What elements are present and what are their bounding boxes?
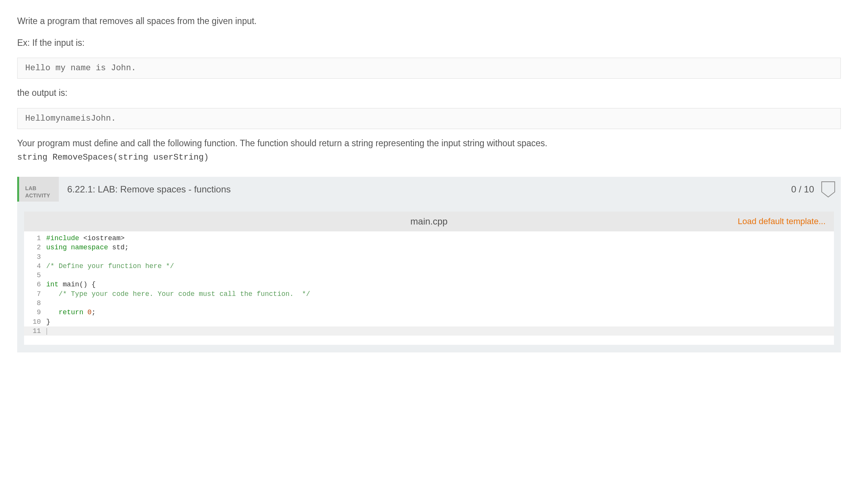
code-line[interactable]: 1#include <iostream> <box>24 234 834 243</box>
lab-tag-line1: LAB <box>25 185 53 192</box>
instruction-line-3: the output is: <box>17 86 841 100</box>
line-number: 7 <box>24 289 45 299</box>
line-number: 3 <box>24 252 45 262</box>
line-number: 9 <box>24 308 45 317</box>
code-line[interactable]: 5 <box>24 271 834 280</box>
example-output-box: HellomynameisJohn. <box>17 108 841 129</box>
lab-page: Write a program that removes all spaces … <box>0 0 858 352</box>
code-line[interactable]: 10} <box>24 317 834 326</box>
line-number: 1 <box>24 234 45 243</box>
lab-activity-tag: LAB ACTIVITY <box>19 177 59 202</box>
line-number: 5 <box>24 271 45 280</box>
instruction-line-4: Your program must define and call the fo… <box>17 137 841 164</box>
code-line[interactable]: 6int main() { <box>24 280 834 289</box>
code-content[interactable]: /* Define your function here */ <box>45 262 834 271</box>
lab-header: LAB ACTIVITY 6.22.1: LAB: Remove spaces … <box>17 177 841 202</box>
load-default-template-link[interactable]: Load default template... <box>738 216 826 226</box>
code-line[interactable]: 3 <box>24 252 834 262</box>
line-number: 10 <box>24 317 45 326</box>
code-content[interactable] <box>45 252 834 262</box>
lab-score: 0 / 10 <box>791 177 819 202</box>
code-content[interactable]: int main() { <box>45 280 834 289</box>
code-line[interactable]: 2using namespace std; <box>24 243 834 252</box>
line-number: 6 <box>24 280 45 289</box>
code-line[interactable]: 4/* Define your function here */ <box>24 262 834 271</box>
code-content[interactable]: using namespace std; <box>45 243 834 252</box>
text-cursor <box>47 328 47 335</box>
code-content[interactable] <box>45 271 834 280</box>
shield-icon <box>821 181 835 198</box>
lab-panel: LAB ACTIVITY 6.22.1: LAB: Remove spaces … <box>17 177 841 352</box>
line-number: 4 <box>24 262 45 271</box>
code-content[interactable] <box>45 326 834 336</box>
code-line[interactable]: 9 return 0; <box>24 308 834 317</box>
code-content[interactable]: return 0; <box>45 308 834 317</box>
line-number: 2 <box>24 243 45 252</box>
code-line[interactable]: 8 <box>24 299 834 308</box>
code-content[interactable] <box>45 299 834 308</box>
line-number: 8 <box>24 299 45 308</box>
code-content[interactable]: #include <iostream> <box>45 234 834 243</box>
example-input-box: Hello my name is John. <box>17 58 841 79</box>
code-content[interactable]: } <box>45 317 834 326</box>
line-number: 11 <box>24 326 45 336</box>
lab-tag-line2: ACTIVITY <box>25 192 53 199</box>
instruction-line-2: Ex: If the input is: <box>17 36 841 50</box>
code-line[interactable]: 11 <box>24 326 834 336</box>
lab-title: 6.22.1: LAB: Remove spaces - functions <box>59 177 791 202</box>
function-signature: string RemoveSpaces(string userString) <box>17 151 841 164</box>
editor-toolbar: main.cpp Load default template... <box>24 212 834 231</box>
instruction-line-4-text: Your program must define and call the fo… <box>17 138 547 148</box>
editor-wrap: main.cpp Load default template... 1#incl… <box>17 202 841 352</box>
code-editor[interactable]: 1#include <iostream>2using namespace std… <box>24 231 834 345</box>
code-content[interactable]: /* Type your code here. Your code must c… <box>45 289 834 299</box>
editor-filename: main.cpp <box>410 216 448 227</box>
code-line[interactable]: 7 /* Type your code here. Your code must… <box>24 289 834 299</box>
instruction-line-1: Write a program that removes all spaces … <box>17 15 841 28</box>
